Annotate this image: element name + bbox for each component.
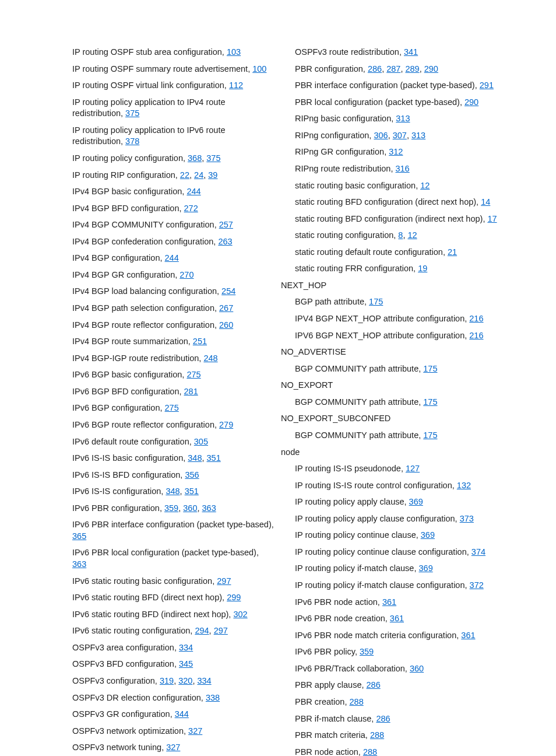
page-ref-link[interactable]: 373: [460, 514, 474, 523]
page-ref-link[interactable]: 351: [185, 487, 199, 496]
page-ref-link[interactable]: 175: [369, 297, 383, 306]
page-ref-link[interactable]: 127: [406, 464, 420, 473]
page-ref-link[interactable]: 132: [457, 481, 471, 490]
page-ref-link[interactable]: 290: [464, 97, 478, 107]
page-ref-link[interactable]: 307: [393, 131, 407, 140]
page-ref-link[interactable]: 319: [160, 676, 174, 685]
page-ref-link[interactable]: 374: [471, 547, 485, 556]
page-ref-link[interactable]: 312: [389, 147, 403, 156]
page-ref-link[interactable]: 175: [423, 397, 437, 407]
page-ref-link[interactable]: 375: [125, 108, 139, 118]
page-ref-link[interactable]: 22: [180, 170, 189, 180]
page-ref-link[interactable]: 348: [166, 487, 180, 496]
page-ref-link[interactable]: 361: [382, 597, 396, 607]
page-ref-link[interactable]: 248: [203, 354, 217, 363]
page-ref-link[interactable]: 356: [185, 470, 199, 480]
page-ref-link[interactable]: 175: [423, 364, 437, 373]
page-ref-link[interactable]: 112: [229, 80, 243, 90]
page-ref-link[interactable]: 360: [410, 664, 424, 673]
page-ref-link[interactable]: 251: [193, 337, 207, 346]
page-ref-link[interactable]: 275: [186, 370, 200, 379]
page-ref-link[interactable]: 279: [219, 420, 233, 429]
index-entry: PBR local configuration (packet type-bas…: [295, 97, 498, 108]
page-ref-link[interactable]: 254: [221, 286, 235, 296]
page-ref-link[interactable]: 288: [370, 730, 384, 740]
page-ref-link[interactable]: 341: [404, 47, 418, 57]
page-ref-link[interactable]: 305: [194, 437, 208, 446]
page-ref-link[interactable]: 363: [72, 559, 86, 569]
page-ref-link[interactable]: 338: [206, 693, 220, 702]
page-ref-link[interactable]: 216: [469, 331, 483, 340]
page-ref-link[interactable]: 368: [188, 153, 202, 163]
page-ref-link[interactable]: 378: [125, 136, 139, 146]
page-ref-link[interactable]: 327: [188, 726, 202, 736]
page-ref-link[interactable]: 290: [424, 64, 438, 74]
page-ref-link[interactable]: 286: [376, 714, 390, 723]
page-ref-link[interactable]: 369: [409, 497, 423, 506]
page-ref-link[interactable]: 316: [395, 164, 409, 173]
page-ref-link[interactable]: 12: [407, 230, 417, 240]
index-entry: OSPFv3 DR election configuration, 338: [72, 692, 275, 704]
page-ref-link[interactable]: 313: [396, 114, 410, 123]
page-ref-link[interactable]: 288: [350, 697, 364, 706]
page-ref-link[interactable]: 294: [195, 626, 209, 635]
page-ref-link[interactable]: 257: [219, 220, 233, 229]
index-entry-text: IPv6 static routing BFD (indirect next h…: [72, 610, 233, 619]
page-ref-link[interactable]: 320: [178, 676, 192, 685]
page-ref-link[interactable]: 361: [390, 614, 404, 623]
page-ref-link[interactable]: 297: [214, 626, 228, 635]
page-ref-link[interactable]: 363: [202, 503, 216, 513]
page-ref-link[interactable]: 275: [165, 403, 179, 412]
page-ref-link[interactable]: 369: [419, 564, 433, 573]
page-ref-link[interactable]: 281: [184, 387, 198, 396]
page-ref-link[interactable]: 375: [206, 153, 220, 163]
page-ref-link[interactable]: 372: [470, 580, 484, 590]
page-ref-link[interactable]: 360: [183, 503, 197, 513]
page-ref-link[interactable]: 334: [197, 676, 211, 685]
page-ref-link[interactable]: 288: [363, 747, 377, 756]
page-ref-link[interactable]: 260: [219, 320, 233, 330]
index-entry-text: BGP COMMUNITY path attribute,: [295, 430, 423, 440]
page-ref-link[interactable]: 289: [405, 64, 419, 74]
page-ref-link[interactable]: 345: [179, 659, 193, 668]
page-ref-link[interactable]: 272: [184, 204, 198, 213]
page-ref-link[interactable]: 313: [411, 131, 425, 140]
page-ref-link[interactable]: 299: [227, 593, 241, 602]
page-ref-link[interactable]: 17: [487, 214, 497, 223]
page-ref-link[interactable]: 216: [469, 314, 483, 323]
page-ref-link[interactable]: 365: [72, 531, 86, 541]
page-ref-link[interactable]: 291: [480, 80, 494, 90]
page-ref-link[interactable]: 24: [194, 170, 203, 180]
page-ref-link[interactable]: 327: [166, 743, 180, 752]
page-ref-link[interactable]: 359: [360, 647, 374, 656]
page-ref-link[interactable]: 306: [374, 131, 388, 140]
page-ref-link[interactable]: 39: [208, 170, 217, 180]
page-ref-link[interactable]: 287: [386, 64, 400, 74]
page-ref-link[interactable]: 21: [448, 247, 457, 257]
page-ref-link[interactable]: 286: [367, 680, 381, 690]
page-ref-link[interactable]: 263: [218, 237, 232, 246]
page-ref-link[interactable]: 369: [421, 530, 435, 540]
page-ref-link[interactable]: 14: [481, 197, 490, 206]
page-ref-link[interactable]: 359: [164, 503, 178, 513]
page-ref-link[interactable]: 244: [165, 253, 179, 262]
page-ref-link[interactable]: 334: [179, 643, 193, 652]
page-ref-link[interactable]: 19: [418, 264, 427, 273]
page-ref-link[interactable]: 348: [188, 453, 202, 463]
page-ref-link[interactable]: 270: [180, 270, 193, 279]
page-ref-link[interactable]: 244: [186, 187, 200, 196]
page-ref-link[interactable]: 12: [420, 181, 430, 190]
page-ref-link[interactable]: 351: [207, 453, 221, 463]
index-entry: IPv6 PBR configuration, 359, 360, 363: [72, 503, 275, 514]
page-ref-link[interactable]: 100: [252, 64, 266, 74]
page-ref-link[interactable]: 103: [227, 47, 241, 57]
page-ref-link[interactable]: 286: [368, 64, 382, 74]
index-entry: IP routing OSPF summary route advertisem…: [72, 64, 275, 75]
page-ref-link[interactable]: 344: [175, 709, 189, 719]
page-ref-link[interactable]: 302: [233, 610, 247, 619]
page-ref-link[interactable]: 267: [219, 303, 233, 313]
page-ref-link[interactable]: 297: [217, 576, 231, 586]
page-ref-link[interactable]: 361: [461, 631, 475, 640]
index-entry: IP routing IS-IS route control configura…: [295, 480, 498, 492]
page-ref-link[interactable]: 175: [423, 430, 437, 440]
